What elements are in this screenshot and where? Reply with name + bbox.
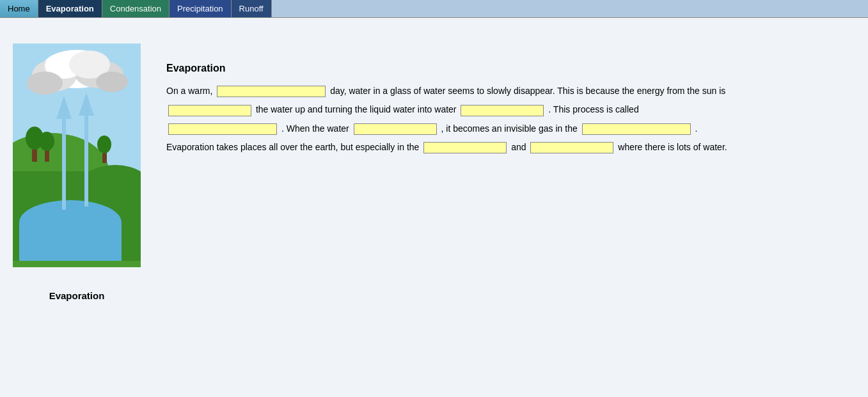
text-part-6: , it becomes an invisible gas in the <box>441 123 580 134</box>
svg-point-18 <box>97 136 111 153</box>
svg-point-16 <box>39 132 54 151</box>
blank-7[interactable] <box>423 142 507 153</box>
blank-6[interactable] <box>582 123 691 135</box>
nav-tab-evaporation[interactable]: Evaporation <box>38 0 102 17</box>
blank-1[interactable] <box>217 86 326 97</box>
svg-point-6 <box>27 72 63 95</box>
main-content: Evaporation Evaporation On a warm, day, … <box>0 18 868 397</box>
evaporation-svg <box>13 43 141 267</box>
text-panel: Evaporation On a warm, day, water in a g… <box>160 31 855 157</box>
illustration-panel: Evaporation <box>13 43 141 301</box>
blank-8[interactable] <box>530 142 613 153</box>
text-part-3: the water up and turning the liquid wate… <box>256 104 459 114</box>
navigation-bar: Home Evaporation Condensation Precipitat… <box>0 0 868 18</box>
blank-4[interactable] <box>168 123 277 135</box>
blank-5[interactable] <box>354 123 437 135</box>
text-part-1: On a warm, <box>166 86 215 96</box>
svg-point-7 <box>96 72 128 92</box>
text-part-9: where there is lots of water. <box>618 142 727 152</box>
section-body: On a warm, day, water in a glass of wate… <box>166 82 742 157</box>
svg-rect-22 <box>13 261 141 267</box>
section-title: Evaporation <box>166 63 855 74</box>
blank-2[interactable] <box>168 105 251 116</box>
nav-tab-home[interactable]: Home <box>0 0 38 17</box>
blank-3[interactable] <box>461 105 544 116</box>
svg-rect-12 <box>19 222 122 267</box>
text-part-8: and <box>511 142 528 152</box>
text-part-5: . When the water <box>281 123 352 134</box>
text-part-4: . This process is called <box>548 104 638 114</box>
nav-tab-condensation[interactable]: Condensation <box>102 0 170 17</box>
nav-tab-precipitation[interactable]: Precipitation <box>170 0 232 17</box>
nav-tab-runoff[interactable]: Runoff <box>232 0 272 17</box>
image-label: Evaporation <box>13 290 141 301</box>
evaporation-image <box>13 43 141 286</box>
text-part-2: day, water in a glass of water seems to … <box>330 86 725 96</box>
